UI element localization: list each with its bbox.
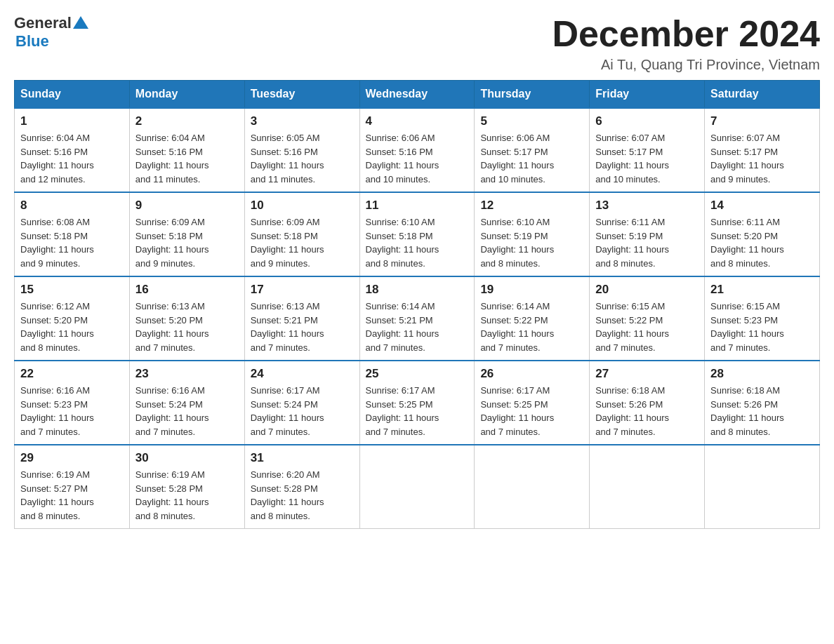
calendar-cell: 8Sunrise: 6:08 AMSunset: 5:18 PMDaylight… — [15, 192, 130, 276]
day-info: Sunrise: 6:06 AMSunset: 5:16 PMDaylight:… — [366, 131, 469, 186]
day-info: Sunrise: 6:15 AMSunset: 5:23 PMDaylight:… — [710, 300, 814, 354]
day-info: Sunrise: 6:04 AMSunset: 5:16 PMDaylight:… — [20, 131, 124, 186]
day-number: 23 — [135, 367, 239, 381]
day-info: Sunrise: 6:07 AMSunset: 5:17 PMDaylight:… — [595, 131, 699, 186]
calendar-cell: 28Sunrise: 6:18 AMSunset: 5:26 PMDayligh… — [705, 361, 820, 445]
calendar-table: SundayMondayTuesdayWednesdayThursdayFrid… — [14, 80, 820, 529]
calendar-cell: 21Sunrise: 6:15 AMSunset: 5:23 PMDayligh… — [705, 276, 820, 361]
day-number: 1 — [20, 114, 124, 128]
day-number: 24 — [251, 367, 354, 381]
day-number: 11 — [366, 199, 469, 213]
day-number: 14 — [710, 199, 814, 213]
day-number: 27 — [595, 367, 699, 381]
calendar-cell: 10Sunrise: 6:09 AMSunset: 5:18 PMDayligh… — [244, 192, 359, 276]
calendar-cell: 15Sunrise: 6:12 AMSunset: 5:20 PMDayligh… — [15, 276, 130, 361]
svg-marker-0 — [73, 16, 88, 29]
day-info: Sunrise: 6:12 AMSunset: 5:20 PMDaylight:… — [20, 300, 124, 354]
month-title: December 2024 — [552, 14, 820, 54]
calendar-cell: 22Sunrise: 6:16 AMSunset: 5:23 PMDayligh… — [15, 361, 130, 445]
calendar-week-row: 1Sunrise: 6:04 AMSunset: 5:16 PMDaylight… — [15, 108, 820, 192]
calendar-cell: 26Sunrise: 6:17 AMSunset: 5:25 PMDayligh… — [475, 361, 590, 445]
day-number: 22 — [20, 367, 124, 381]
day-info: Sunrise: 6:15 AMSunset: 5:22 PMDaylight:… — [595, 300, 699, 354]
header-friday: Friday — [590, 81, 705, 109]
day-info: Sunrise: 6:08 AMSunset: 5:18 PMDaylight:… — [20, 215, 124, 270]
day-info: Sunrise: 6:13 AMSunset: 5:20 PMDaylight:… — [135, 300, 239, 354]
day-info: Sunrise: 6:11 AMSunset: 5:19 PMDaylight:… — [595, 215, 699, 270]
page-header: General Blue December 2024 Ai Tu, Quang … — [14, 14, 820, 73]
day-number: 4 — [366, 114, 469, 128]
calendar-cell: 29Sunrise: 6:19 AMSunset: 5:27 PMDayligh… — [15, 445, 130, 529]
logo-triangle-icon — [73, 15, 88, 30]
day-number: 16 — [135, 283, 239, 297]
calendar-cell: 9Sunrise: 6:09 AMSunset: 5:18 PMDaylight… — [129, 192, 244, 276]
day-info: Sunrise: 6:06 AMSunset: 5:17 PMDaylight:… — [480, 131, 583, 186]
header-wednesday: Wednesday — [359, 81, 475, 109]
header-monday: Monday — [129, 81, 244, 109]
day-number: 30 — [135, 451, 239, 465]
day-info: Sunrise: 6:10 AMSunset: 5:18 PMDaylight:… — [366, 215, 469, 270]
day-number: 2 — [135, 114, 239, 128]
calendar-cell — [359, 445, 475, 529]
day-number: 18 — [366, 283, 469, 297]
calendar-cell — [590, 445, 705, 529]
day-info: Sunrise: 6:14 AMSunset: 5:22 PMDaylight:… — [480, 300, 583, 354]
day-info: Sunrise: 6:18 AMSunset: 5:26 PMDaylight:… — [710, 384, 814, 438]
location: Ai Tu, Quang Tri Province, Vietnam — [552, 57, 820, 73]
calendar-cell: 1Sunrise: 6:04 AMSunset: 5:16 PMDaylight… — [15, 108, 130, 192]
header-saturday: Saturday — [705, 81, 820, 109]
day-number: 15 — [20, 283, 124, 297]
calendar-week-row: 29Sunrise: 6:19 AMSunset: 5:27 PMDayligh… — [15, 445, 820, 529]
day-info: Sunrise: 6:07 AMSunset: 5:17 PMDaylight:… — [710, 131, 814, 186]
calendar-cell: 11Sunrise: 6:10 AMSunset: 5:18 PMDayligh… — [359, 192, 475, 276]
header-sunday: Sunday — [15, 81, 130, 109]
day-info: Sunrise: 6:17 AMSunset: 5:25 PMDaylight:… — [480, 384, 583, 438]
day-info: Sunrise: 6:04 AMSunset: 5:16 PMDaylight:… — [135, 131, 239, 186]
day-info: Sunrise: 6:11 AMSunset: 5:20 PMDaylight:… — [710, 215, 814, 270]
day-number: 6 — [595, 114, 699, 128]
calendar-cell: 31Sunrise: 6:20 AMSunset: 5:28 PMDayligh… — [244, 445, 359, 529]
day-info: Sunrise: 6:16 AMSunset: 5:24 PMDaylight:… — [135, 384, 239, 438]
calendar-cell: 13Sunrise: 6:11 AMSunset: 5:19 PMDayligh… — [590, 192, 705, 276]
day-number: 17 — [251, 283, 354, 297]
day-number: 26 — [480, 367, 583, 381]
day-number: 5 — [480, 114, 583, 128]
calendar-cell: 12Sunrise: 6:10 AMSunset: 5:19 PMDayligh… — [475, 192, 590, 276]
calendar-cell: 23Sunrise: 6:16 AMSunset: 5:24 PMDayligh… — [129, 361, 244, 445]
day-number: 31 — [251, 451, 354, 465]
day-info: Sunrise: 6:09 AMSunset: 5:18 PMDaylight:… — [251, 215, 354, 270]
calendar-week-row: 15Sunrise: 6:12 AMSunset: 5:20 PMDayligh… — [15, 276, 820, 361]
day-number: 7 — [710, 114, 814, 128]
calendar-cell: 6Sunrise: 6:07 AMSunset: 5:17 PMDaylight… — [590, 108, 705, 192]
calendar-cell: 3Sunrise: 6:05 AMSunset: 5:16 PMDaylight… — [244, 108, 359, 192]
day-info: Sunrise: 6:10 AMSunset: 5:19 PMDaylight:… — [480, 215, 583, 270]
day-number: 12 — [480, 199, 583, 213]
day-info: Sunrise: 6:13 AMSunset: 5:21 PMDaylight:… — [251, 300, 354, 354]
calendar-week-row: 8Sunrise: 6:08 AMSunset: 5:18 PMDaylight… — [15, 192, 820, 276]
day-info: Sunrise: 6:17 AMSunset: 5:24 PMDaylight:… — [251, 384, 354, 438]
calendar-header-row: SundayMondayTuesdayWednesdayThursdayFrid… — [15, 81, 820, 109]
calendar-cell: 5Sunrise: 6:06 AMSunset: 5:17 PMDaylight… — [475, 108, 590, 192]
header-tuesday: Tuesday — [244, 81, 359, 109]
day-info: Sunrise: 6:17 AMSunset: 5:25 PMDaylight:… — [366, 384, 469, 438]
day-info: Sunrise: 6:14 AMSunset: 5:21 PMDaylight:… — [366, 300, 469, 354]
title-block: December 2024 Ai Tu, Quang Tri Province,… — [552, 14, 820, 73]
day-number: 28 — [710, 367, 814, 381]
calendar-cell: 19Sunrise: 6:14 AMSunset: 5:22 PMDayligh… — [475, 276, 590, 361]
day-info: Sunrise: 6:16 AMSunset: 5:23 PMDaylight:… — [20, 384, 124, 438]
header-thursday: Thursday — [475, 81, 590, 109]
calendar-cell — [475, 445, 590, 529]
day-number: 25 — [366, 367, 469, 381]
day-number: 19 — [480, 283, 583, 297]
calendar-cell: 2Sunrise: 6:04 AMSunset: 5:16 PMDaylight… — [129, 108, 244, 192]
calendar-cell: 20Sunrise: 6:15 AMSunset: 5:22 PMDayligh… — [590, 276, 705, 361]
day-number: 10 — [251, 199, 354, 213]
calendar-cell: 25Sunrise: 6:17 AMSunset: 5:25 PMDayligh… — [359, 361, 475, 445]
logo: General Blue — [14, 14, 88, 51]
day-number: 3 — [251, 114, 354, 128]
calendar-cell: 16Sunrise: 6:13 AMSunset: 5:20 PMDayligh… — [129, 276, 244, 361]
day-number: 8 — [20, 199, 124, 213]
calendar-cell — [705, 445, 820, 529]
day-number: 29 — [20, 451, 124, 465]
calendar-cell: 27Sunrise: 6:18 AMSunset: 5:26 PMDayligh… — [590, 361, 705, 445]
